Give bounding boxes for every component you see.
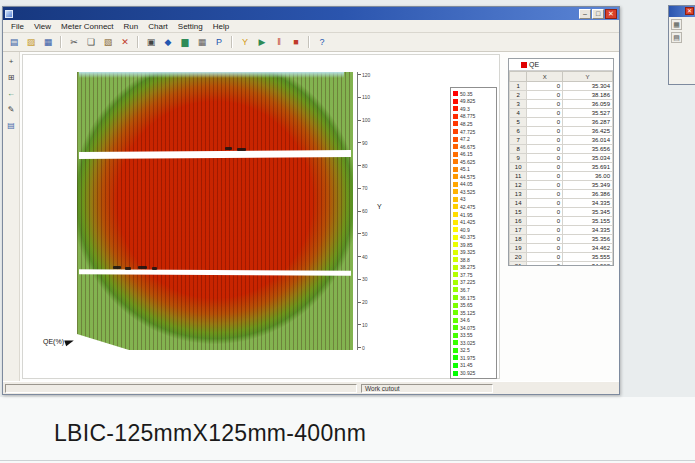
table-cell[interactable]: 0 [527, 172, 563, 181]
table-cell[interactable]: 9 [510, 154, 527, 163]
new-icon[interactable]: ▤ [6, 34, 22, 50]
close-button[interactable]: ✕ [685, 7, 694, 15]
table-cell[interactable]: 0 [527, 91, 563, 100]
table-cell[interactable]: 6 [510, 127, 527, 136]
table-cell[interactable]: 35.034 [563, 154, 613, 163]
table-cell[interactable]: 0 [527, 136, 563, 145]
table-row[interactable]: 16035.155 [510, 217, 613, 226]
table-cell[interactable]: 0 [527, 226, 563, 235]
edit-icon[interactable]: ✎ [4, 102, 19, 117]
table-cell[interactable]: 34.335 [563, 199, 613, 208]
menu-item-help[interactable]: Help [208, 22, 234, 31]
menu-item-meter-connect[interactable]: Meter Connect [56, 22, 118, 31]
help-icon[interactable]: ? [314, 34, 330, 50]
table-cell[interactable]: 35.349 [563, 181, 613, 190]
table-row[interactable]: 19034.462 [510, 244, 613, 253]
filter-icon[interactable]: Y [237, 34, 253, 50]
param-icon[interactable]: P [211, 34, 227, 50]
menu-item-file[interactable]: File [6, 22, 29, 31]
table-cell[interactable]: 11 [510, 172, 527, 181]
table-row[interactable]: 15035.345 [510, 208, 613, 217]
table-cell[interactable]: 35.345 [563, 208, 613, 217]
menu-item-setting[interactable]: Setting [173, 22, 208, 31]
table-cell[interactable]: 3 [510, 100, 527, 109]
table-cell[interactable]: 0 [527, 244, 563, 253]
chart-icon[interactable]: ▆ [177, 34, 193, 50]
table-cell[interactable]: 38.186 [563, 91, 613, 100]
table-row[interactable]: 6036.425 [510, 127, 613, 136]
table-row[interactable]: 2038.186 [510, 91, 613, 100]
table-cell[interactable]: 1 [510, 82, 527, 91]
print-icon[interactable]: ▣ [143, 34, 159, 50]
table-cell[interactable]: 0 [527, 109, 563, 118]
table-cell[interactable]: 5 [510, 118, 527, 127]
table-cell[interactable]: 20 [510, 253, 527, 262]
table-cell[interactable]: 21 [510, 262, 527, 267]
table-row[interactable]: 5036.287 [510, 118, 613, 127]
close-button[interactable]: ✕ [605, 9, 617, 19]
paste-icon[interactable]: ▧ [100, 34, 116, 50]
grid-icon[interactable]: ▦ [194, 34, 210, 50]
table-cell[interactable]: 0 [527, 163, 563, 172]
table-cell[interactable]: 0 [527, 145, 563, 154]
table-row[interactable]: 1035.304 [510, 82, 613, 91]
table-row[interactable]: 12035.349 [510, 181, 613, 190]
table-cell[interactable]: 35.656 [563, 145, 613, 154]
table-row[interactable]: 11036.00 [510, 172, 613, 181]
open-icon[interactable]: ▨ [23, 34, 39, 50]
table-cell[interactable]: 0 [527, 100, 563, 109]
table-cell[interactable]: 0 [527, 127, 563, 136]
table-cell[interactable]: 0 [527, 208, 563, 217]
menu-item-run[interactable]: Run [119, 22, 144, 31]
lbic-scan-heatmap[interactable] [77, 72, 353, 350]
table-cell[interactable]: 36.425 [563, 127, 613, 136]
table-cell[interactable]: 0 [527, 253, 563, 262]
table-cell[interactable]: 36.00 [563, 172, 613, 181]
menu-item-view[interactable]: View [29, 22, 56, 31]
table-cell[interactable]: 36.287 [563, 118, 613, 127]
save-icon[interactable]: ▦ [40, 34, 56, 50]
table-cell[interactable]: 7 [510, 136, 527, 145]
table-cell[interactable]: 12 [510, 181, 527, 190]
run-icon[interactable]: ▶ [254, 34, 270, 50]
table-cell[interactable]: 19 [510, 244, 527, 253]
table-cell[interactable]: 35.691 [563, 163, 613, 172]
table-cell[interactable]: 0 [527, 118, 563, 127]
table-row[interactable]: 10035.691 [510, 163, 613, 172]
table-cell[interactable]: 35.304 [563, 82, 613, 91]
table-cell[interactable]: 35.356 [563, 235, 613, 244]
table-cell[interactable]: 34.962 [563, 262, 613, 267]
secondary-title-bar[interactable]: ✕ [669, 6, 695, 17]
data-table[interactable]: XY 1035.3042038.1863036.0594035.5275036.… [509, 71, 613, 266]
title-bar[interactable]: –□✕ [3, 7, 619, 20]
meter-icon[interactable]: ◆ [160, 34, 176, 50]
pause-icon[interactable]: ‖ [271, 34, 287, 50]
minimize-button[interactable]: – [579, 9, 591, 19]
table-cell[interactable]: 0 [527, 235, 563, 244]
cut-icon[interactable]: ✂ [66, 34, 82, 50]
table-cell[interactable]: 36.014 [563, 136, 613, 145]
table-cell[interactable]: 15 [510, 208, 527, 217]
delete-icon[interactable]: ✕ [117, 34, 133, 50]
table-cell[interactable]: 8 [510, 145, 527, 154]
table-cell[interactable]: 34.462 [563, 244, 613, 253]
table-cell[interactable]: 36.386 [563, 190, 613, 199]
table-cell[interactable]: 0 [527, 217, 563, 226]
table-row[interactable]: 4035.527 [510, 109, 613, 118]
grid-select-icon[interactable]: ⊞ [4, 70, 19, 85]
table-cell[interactable]: 18 [510, 235, 527, 244]
table-row[interactable]: 7036.014 [510, 136, 613, 145]
table-row[interactable]: 21034.962 [510, 262, 613, 267]
table-cell[interactable]: 35.155 [563, 217, 613, 226]
grid-icon[interactable]: ▦ [671, 19, 682, 30]
layers-icon[interactable]: ▤ [4, 118, 19, 133]
stop-icon[interactable]: ■ [288, 34, 304, 50]
table-cell[interactable]: 34.335 [563, 226, 613, 235]
table-cell[interactable]: 13 [510, 190, 527, 199]
table-cell[interactable]: 0 [527, 199, 563, 208]
table-cell[interactable]: 17 [510, 226, 527, 235]
back-icon[interactable]: ← [4, 86, 19, 101]
table-cell[interactable]: 14 [510, 199, 527, 208]
table-row[interactable]: 18035.356 [510, 235, 613, 244]
table-cell[interactable]: 0 [527, 262, 563, 267]
